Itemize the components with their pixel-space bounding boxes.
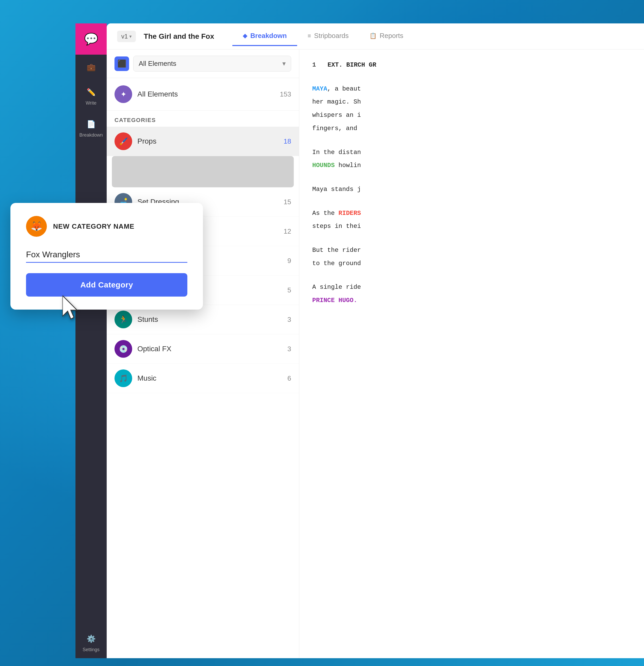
sidebar-settings-label: Settings: [83, 647, 99, 652]
all-elements-row[interactable]: ✦ All Elements 153: [107, 78, 299, 110]
scene-number: 1: [312, 62, 316, 68]
pencil-icon: ✏️: [84, 85, 98, 99]
sidebar-item-briefcase[interactable]: 💼: [75, 55, 107, 80]
makeup-count: 9: [288, 257, 291, 265]
briefcase-icon: 💼: [84, 60, 98, 74]
sidebar-item-write[interactable]: ✏️ Write: [75, 80, 107, 111]
music-icon: 🎵: [115, 369, 132, 387]
nav-tabs: ◆ Breakdown ≡ Stripboards 📋 Reports: [232, 27, 414, 46]
script-line-12: A single ride: [312, 282, 631, 293]
opticalfx-icon: 💿: [115, 340, 132, 358]
filter-icon-box: ⬛: [115, 56, 129, 71]
elements-panel: ⬛ All Elements ▾ ✦ All Elements 153 CATE: [107, 49, 299, 658]
sidebar-top-button[interactable]: 💬: [75, 23, 107, 55]
modal-header: 🦊 NEW CATEGORY NAME: [26, 216, 187, 237]
music-icon-shape: 🎵: [119, 374, 128, 383]
script-line-8: As the RIDERS: [312, 208, 631, 219]
modal-title: NEW CATEGORY NAME: [53, 223, 135, 230]
filter-dropdown[interactable]: All Elements ▾: [133, 56, 291, 72]
script-line-1-text: , a beaut: [327, 85, 361, 92]
version-label: v1: [121, 33, 128, 40]
props-label: Props: [137, 137, 156, 145]
modal-icon: 🦊: [26, 216, 47, 237]
music-label: Music: [137, 374, 156, 382]
script-line-9-text: steps in thei: [312, 223, 361, 230]
scene-heading-line: 1 EXT. BIRCH GR: [312, 60, 631, 70]
script-line-10-text: But the rider: [312, 247, 361, 253]
script-line-12-text: A single ride: [312, 284, 361, 291]
category-props-left: 🖌️ Props: [115, 133, 156, 150]
script-line-1: MAYA, a beaut: [312, 84, 631, 94]
breakdown-icon: 📄: [84, 117, 98, 131]
tab-stripboards[interactable]: ≡ Stripboards: [297, 27, 359, 46]
script-line-3-text: whispers an i: [312, 111, 361, 119]
all-elements-left: ✦ All Elements: [115, 85, 178, 103]
script-line-8-prefix: As the: [312, 210, 338, 217]
script-line-4-text: fingers, and: [312, 125, 357, 132]
script-panel: 1 EXT. BIRCH GR MAYA, a beaut her magic.…: [299, 49, 644, 658]
all-elements-icon: ✦: [115, 85, 132, 103]
all-elements-icon-shape: ✦: [120, 90, 126, 99]
filter-chevron-icon: ▾: [282, 59, 286, 68]
stunts-label: Stunts: [137, 315, 158, 323]
script-line-3: whispers an i: [312, 110, 631, 121]
app-window: v1 ▾ The Girl and the Fox ◆ Breakdown ≡ …: [107, 23, 644, 658]
sidebar-breakdown-label: Breakdown: [80, 133, 103, 138]
tab-breakdown[interactable]: ◆ Breakdown: [232, 27, 297, 46]
categories-header: CATEGORIES: [107, 110, 299, 127]
category-name-input[interactable]: [26, 247, 187, 263]
props-icon: 🖌️: [115, 133, 132, 150]
stunts-icon: 🏃: [115, 311, 132, 328]
filter-icon: ⬛: [117, 59, 126, 68]
scroll-thumb: [112, 156, 294, 187]
script-line-6: HOUNDS howlin: [312, 160, 631, 171]
reports-icon: 📋: [369, 33, 377, 39]
sidebar-write-label: Write: [86, 101, 97, 106]
props-icon-shape: 🖌️: [119, 137, 128, 146]
stripboards-icon: ≡: [308, 33, 311, 39]
stunts-count: 3: [288, 316, 291, 323]
filter-bar: ⬛ All Elements ▾: [107, 49, 299, 78]
script-line-2: her magic. Sh: [312, 97, 631, 107]
gear-icon: ⚙️: [84, 632, 98, 646]
content-area: ⬛ All Elements ▾ ✦ All Elements 153 CATE: [107, 49, 644, 658]
category-opticalfx-left: 💿 Optical FX: [115, 340, 172, 358]
version-badge[interactable]: v1 ▾: [117, 31, 136, 42]
fox-icon: 🦊: [31, 221, 42, 232]
riders-char-ref: RIDERS: [338, 210, 361, 217]
category-row-music[interactable]: 🎵 Music 6: [107, 364, 299, 393]
all-elements-count: 153: [280, 90, 291, 98]
modal-popup: 🦊 NEW CATEGORY NAME Add Category: [11, 203, 203, 310]
project-title: The Girl and the Fox: [144, 32, 214, 40]
tab-stripboards-label: Stripboards: [314, 32, 349, 40]
sidebar-item-settings[interactable]: ⚙️ Settings: [75, 626, 107, 658]
category-music-left: 🎵 Music: [115, 369, 156, 387]
hounds-char-ref: HOUNDS: [312, 162, 335, 169]
script-line-2-text: her magic. Sh: [312, 98, 361, 105]
tab-breakdown-label: Breakdown: [250, 32, 287, 40]
category-row-opticalfx[interactable]: 💿 Optical FX 3: [107, 334, 299, 364]
top-nav: v1 ▾ The Girl and the Fox ◆ Breakdown ≡ …: [107, 23, 644, 49]
stunts-icon-shape: 🏃: [119, 315, 128, 324]
vehicles-count: 5: [288, 286, 291, 294]
category-stunts-left: 🏃 Stunts: [115, 311, 158, 328]
script-line-7: Maya stands j: [312, 184, 631, 195]
sidebar: 💬 💼 ✏️ Write 📄 Breakdown ⚙️ Settings: [75, 23, 107, 658]
script-line-6-text: howlin: [335, 162, 361, 169]
music-count: 6: [288, 374, 291, 382]
script-line-7-text: Maya stands j: [312, 186, 361, 193]
filter-label: All Elements: [139, 59, 176, 68]
script-line-13: PRINCE HUGO.: [312, 295, 631, 306]
category-row-props[interactable]: 🖌️ Props 18: [107, 127, 299, 156]
script-line-11: to the ground: [312, 258, 631, 269]
sidebar-item-breakdown[interactable]: 📄 Breakdown: [75, 111, 107, 144]
costumes-count: 12: [284, 227, 291, 235]
version-chevron-icon: ▾: [129, 34, 132, 39]
all-elements-label: All Elements: [137, 90, 178, 98]
setdressing-count: 15: [284, 198, 291, 206]
add-category-button[interactable]: Add Category: [26, 273, 187, 297]
script-line-4: fingers, and: [312, 123, 631, 134]
tab-reports[interactable]: 📋 Reports: [359, 27, 414, 46]
chat-icon: 💬: [84, 32, 98, 46]
script-line-10: But the rider: [312, 245, 631, 256]
